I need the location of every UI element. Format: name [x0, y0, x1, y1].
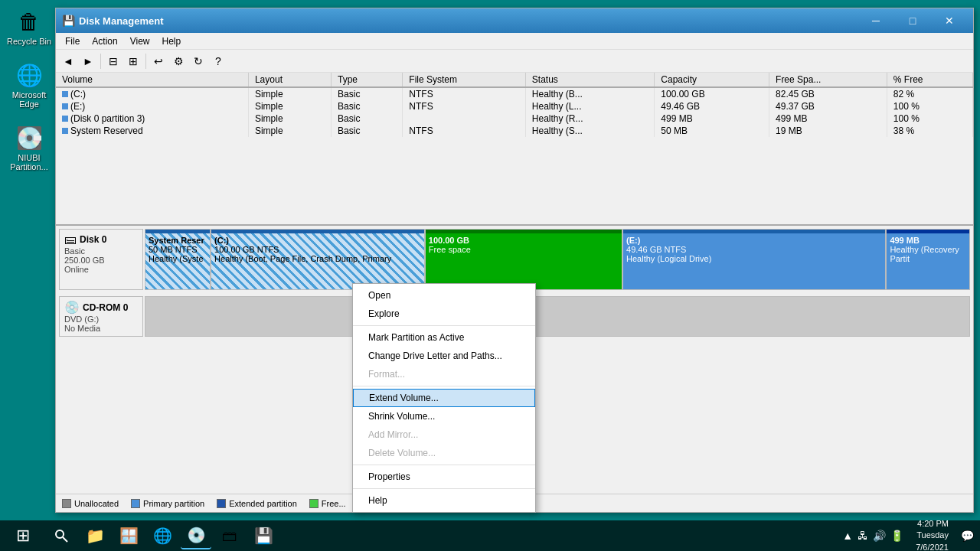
- taskbar-disk-mgmt[interactable]: 💿: [181, 522, 211, 549]
- e-status: Healthy (Logical Drive): [626, 254, 882, 263]
- ctx-format: Format...: [353, 365, 535, 383]
- col-volume[interactable]: Volume: [56, 73, 248, 87]
- notification-icon[interactable]: 💬: [961, 530, 974, 542]
- ctx-help[interactable]: Help: [353, 491, 535, 510]
- legend-unalloc-box: [62, 499, 71, 508]
- edge-icon: 🌐: [15, 61, 43, 89]
- partition-c[interactable]: (C:) 100.00 GB NTFS Healthy (Boot, Page …: [211, 230, 426, 289]
- taskbar-view[interactable]: 🪟: [113, 522, 144, 549]
- table-row[interactable]: (Disk 0 partition 3) Simple Basic Health…: [56, 112, 973, 125]
- legend-free-box: [309, 499, 318, 508]
- properties-button[interactable]: ⚙: [169, 52, 188, 70]
- disk-view-button[interactable]: ⊟: [104, 52, 122, 70]
- vol-status: Healthy (S...: [525, 125, 655, 137]
- legend-free: Free...: [309, 499, 346, 508]
- table-row[interactable]: (C:) Simple Basic NTFS Healthy (B... 100…: [56, 87, 973, 100]
- vol-pctfree: 100 %: [887, 112, 972, 125]
- col-pctfree[interactable]: % Free: [887, 73, 972, 87]
- desktop-icon-recycle-bin[interactable]: 🗑 Recycle Bin: [6, 8, 52, 46]
- recovery-name: 499 MB: [890, 236, 966, 245]
- vol-free: 82.45 GB: [769, 87, 887, 100]
- cdrom-partitions: [145, 296, 970, 337]
- refresh-button[interactable]: ↻: [189, 52, 207, 70]
- taskbar-edge[interactable]: 🌐: [147, 522, 178, 549]
- recycle-bin-label: Recycle Bin: [7, 37, 51, 46]
- disk-0-partitions: System Reser 50 MB NTFS Healthy (Syste (…: [145, 229, 970, 290]
- col-filesystem[interactable]: File System: [403, 73, 525, 87]
- list-view-button[interactable]: ⊞: [124, 52, 142, 70]
- disk-row-0: 🖴 Disk 0 Basic 250.00 GB Online System R…: [59, 229, 970, 290]
- partition-e[interactable]: (E:) 49.46 GB NTFS Healthy (Logical Driv…: [623, 230, 887, 289]
- partition-free[interactable]: 100.00 GB Free space: [426, 230, 623, 289]
- forward-button[interactable]: ►: [79, 52, 97, 70]
- col-capacity[interactable]: Capacity: [655, 73, 769, 87]
- vol-capacity: 49.46 GB: [655, 100, 769, 112]
- vol-status: Healthy (B...: [525, 87, 655, 100]
- e-size: 49.46 GB NTFS: [626, 245, 882, 254]
- sysres-header: [145, 230, 210, 233]
- ctx-explore[interactable]: Explore: [353, 305, 535, 323]
- legend-primary-box: [131, 499, 140, 508]
- vol-type: Basic: [332, 87, 403, 100]
- taskbar-niubi[interactable]: 💾: [248, 522, 279, 549]
- ctx-properties[interactable]: Properties: [353, 468, 535, 486]
- col-freespace[interactable]: Free Spa...: [769, 73, 887, 87]
- toolbar-sep-2: [145, 54, 146, 69]
- partition-recovery[interactable]: 499 MB Healthy (Recovery Partit: [887, 230, 969, 289]
- ctx-mark-active[interactable]: Mark Partition as Active: [353, 328, 535, 347]
- ctx-extend-volume[interactable]: Extend Volume...: [353, 389, 535, 407]
- title-bar-icon: 💾: [62, 15, 74, 27]
- legend-unalloc-label: Unallocated: [74, 499, 119, 508]
- vol-name: (C:): [56, 87, 248, 100]
- undo-button[interactable]: ↩: [149, 52, 168, 70]
- taskbar-search[interactable]: [46, 522, 77, 549]
- col-status[interactable]: Status: [525, 73, 655, 87]
- legend-primary: Primary partition: [131, 499, 204, 508]
- c-size: 100.00 GB NTFS: [214, 245, 421, 254]
- vol-pctfree: 100 %: [887, 100, 972, 112]
- disk-0-label: 🖴 Disk 0 Basic 250.00 GB Online: [59, 229, 143, 290]
- tray-arrow[interactable]: ▲: [842, 530, 853, 542]
- vol-capacity: 499 MB: [655, 112, 769, 125]
- c-header: [211, 230, 424, 233]
- sysres-size: 50 MB NTFS: [149, 245, 207, 254]
- vol-pctfree: 82 %: [887, 87, 972, 100]
- ctx-delete-volume: Delete Volume...: [353, 444, 535, 462]
- ctx-change-letter[interactable]: Change Drive Letter and Paths...: [353, 347, 535, 365]
- clock[interactable]: 4:20 PM Tuesday7/6/2021: [910, 518, 955, 551]
- vol-type: Basic: [332, 125, 403, 137]
- volume-table: Volume Layout Type File System Status Ca…: [56, 73, 973, 137]
- col-type[interactable]: Type: [332, 73, 403, 87]
- ctx-open[interactable]: Open: [353, 286, 535, 305]
- vol-name: (Disk 0 partition 3): [56, 112, 248, 125]
- vol-pctfree: 38 %: [887, 125, 972, 137]
- back-button[interactable]: ◄: [59, 52, 77, 70]
- taskbar-files[interactable]: 📁: [80, 522, 110, 549]
- vol-capacity: 100.00 GB: [655, 87, 769, 100]
- partition-sysres[interactable]: System Reser 50 MB NTFS Healthy (Syste: [145, 230, 211, 289]
- ctx-shrink-volume[interactable]: Shrink Volume...: [353, 407, 535, 425]
- e-header: [623, 230, 885, 233]
- svg-line-1: [63, 537, 67, 542]
- table-row[interactable]: System Reserved Simple Basic NTFS Health…: [56, 125, 973, 137]
- table-row[interactable]: (E:) Simple Basic NTFS Healthy (L... 49.…: [56, 100, 973, 112]
- sysres-status: Healthy (Syste: [149, 254, 207, 263]
- desktop-icons: 🗑 Recycle Bin 🌐 Microsoft Edge 💽 NIUBI P…: [6, 8, 52, 171]
- taskbar-backup[interactable]: 🗃: [214, 522, 245, 549]
- start-button[interactable]: ⊞: [6, 522, 40, 549]
- maximize-button[interactable]: □: [895, 10, 930, 31]
- col-layout[interactable]: Layout: [248, 73, 331, 87]
- menu-action[interactable]: Action: [86, 34, 123, 48]
- desktop-icon-niubi[interactable]: 💽 NIUBI Partition...: [6, 124, 52, 171]
- menu-help[interactable]: Help: [156, 34, 188, 48]
- vol-name: System Reserved: [56, 125, 248, 137]
- legend-unallocated: Unallocated: [62, 499, 119, 508]
- minimize-button[interactable]: ─: [858, 10, 893, 31]
- free-size: Free space: [429, 245, 619, 254]
- toolbar-sep-1: [100, 54, 101, 69]
- close-button[interactable]: ✕: [932, 10, 967, 31]
- desktop-icon-edge[interactable]: 🌐 Microsoft Edge: [6, 61, 52, 109]
- help-button[interactable]: ?: [209, 52, 227, 70]
- menu-file[interactable]: File: [59, 34, 86, 48]
- menu-view[interactable]: View: [124, 34, 156, 48]
